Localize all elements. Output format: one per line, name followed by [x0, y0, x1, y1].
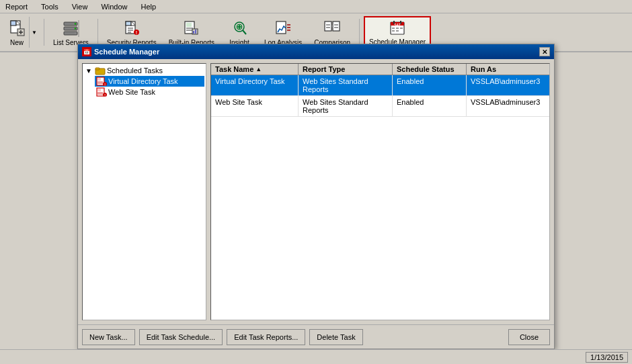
- list-servers-icon: [61, 19, 80, 38]
- svg-rect-20: [186, 23, 192, 27]
- security-reports-icon: !: [122, 19, 141, 38]
- tree-item-icon-2: !: [96, 87, 107, 97]
- cell-task-name-0: Virtual Directory Task: [211, 75, 299, 95]
- new-task-button[interactable]: New Task...: [82, 329, 135, 345]
- tree-item-virtual-label: Virtual Directory Task: [108, 77, 178, 85]
- cell-report-type-1: Web Sites Standard Reports: [299, 96, 393, 116]
- svg-rect-59: [97, 78, 101, 81]
- menu-bar: Report Tools View Window Help: [0, 0, 632, 13]
- col-run-as[interactable]: Run As: [467, 64, 550, 75]
- cell-status-0: Enabled: [393, 75, 467, 95]
- toolbar-sep-1: [44, 19, 44, 46]
- svg-rect-57: [95, 68, 100, 70]
- svg-text:📅: 📅: [83, 48, 90, 55]
- menu-tools[interactable]: Tools: [38, 2, 61, 11]
- grid-row-1[interactable]: Web Site Task Web Sites Standard Reports…: [211, 96, 549, 117]
- tree-expand-icon[interactable]: ▼: [85, 67, 93, 75]
- dialog-title-icon: 📅: [82, 47, 91, 56]
- tree-root[interactable]: ▼ Scheduled Tasks: [84, 65, 204, 76]
- svg-text:SAT: SAT: [394, 23, 401, 27]
- svg-rect-1: [11, 21, 16, 26]
- svg-text:!: !: [136, 30, 137, 35]
- svg-rect-13: [126, 21, 131, 26]
- toolbar-sep-3: [359, 19, 360, 46]
- svg-line-28: [243, 30, 246, 34]
- grid-header: Task Name ▲ Report Type Schedule Status …: [211, 64, 549, 75]
- toolbar-sep-2: [97, 19, 98, 46]
- svg-rect-25: [195, 30, 196, 34]
- tree-folder-icon: [95, 66, 106, 75]
- tree-item-website[interactable]: ! Web Site Task: [95, 87, 204, 97]
- new-dropdown-arrow[interactable]: ▼: [29, 17, 39, 48]
- new-label: New: [10, 39, 24, 46]
- schedule-manager-dialog: 📅 Schedule Manager ✕ ▼ Scheduled Tasks: [77, 44, 555, 349]
- tree-item-virtual[interactable]: ! Virtual Directory Task: [95, 76, 204, 87]
- cell-report-type-0: Web Sites Standard Reports: [299, 75, 393, 95]
- delete-task-button[interactable]: Delete Task: [309, 329, 362, 345]
- dialog-close-button[interactable]: ✕: [539, 47, 550, 56]
- tree-panel[interactable]: ▼ Scheduled Tasks: [82, 63, 206, 320]
- edit-reports-button[interactable]: Edit Task Reports...: [227, 329, 305, 345]
- svg-rect-65: [97, 89, 101, 91]
- built-in-reports-icon: [182, 19, 201, 38]
- close-button[interactable]: Close: [508, 329, 550, 345]
- comparison-icon: [323, 19, 342, 38]
- col-report-type[interactable]: Report Type: [299, 64, 393, 75]
- tree-root-label: Scheduled Tasks: [107, 66, 163, 75]
- dialog-titlebar: 📅 Schedule Manager ✕: [78, 44, 554, 59]
- dialog-title: Schedule Manager: [94, 48, 159, 56]
- cell-task-name-1: Web Site Task: [211, 96, 299, 116]
- menu-view[interactable]: View: [69, 2, 91, 11]
- menu-window[interactable]: Window: [98, 2, 130, 11]
- svg-rect-36: [333, 21, 340, 31]
- sort-arrow: ▲: [255, 66, 262, 73]
- cell-runas-0: VSSLAB\adminuser3: [467, 75, 550, 95]
- cell-runas-1: VSSLAB\adminuser3: [467, 96, 550, 116]
- tree-item-icon-1: !: [96, 77, 107, 86]
- svg-point-10: [75, 32, 76, 34]
- new-icon: [7, 19, 26, 38]
- new-button-group[interactable]: New ▼: [4, 16, 40, 48]
- svg-rect-35: [325, 21, 331, 31]
- status-date: 1/13/2015: [586, 352, 628, 363]
- tree-item-website-label: Web Site Task: [108, 88, 155, 96]
- col-task-name[interactable]: Task Name ▲: [211, 64, 299, 75]
- insight-icon: [230, 19, 249, 38]
- data-grid[interactable]: Task Name ▲ Report Type Schedule Status …: [210, 63, 550, 320]
- svg-point-9: [75, 28, 76, 29]
- cell-status-1: Enabled: [393, 96, 467, 116]
- status-bar: 1/13/2015: [0, 349, 632, 364]
- grid-row-0[interactable]: Virtual Directory Task Web Sites Standar…: [211, 75, 549, 96]
- log-analysis-icon: [274, 19, 292, 38]
- dialog-footer: New Task... Edit Task Schedule... Edit T…: [78, 324, 554, 349]
- edit-schedule-button[interactable]: Edit Task Schedule...: [139, 329, 223, 345]
- menu-report[interactable]: Report: [3, 2, 30, 11]
- col-schedule-status[interactable]: Schedule Status: [393, 64, 467, 75]
- svg-rect-24: [193, 31, 194, 34]
- dialog-body: ▼ Scheduled Tasks: [78, 59, 554, 324]
- menu-help[interactable]: Help: [139, 2, 159, 11]
- tree-children: ! Virtual Directory Task !: [84, 76, 204, 97]
- schedule-manager-icon: SAT: [388, 19, 407, 37]
- svg-point-8: [75, 23, 76, 24]
